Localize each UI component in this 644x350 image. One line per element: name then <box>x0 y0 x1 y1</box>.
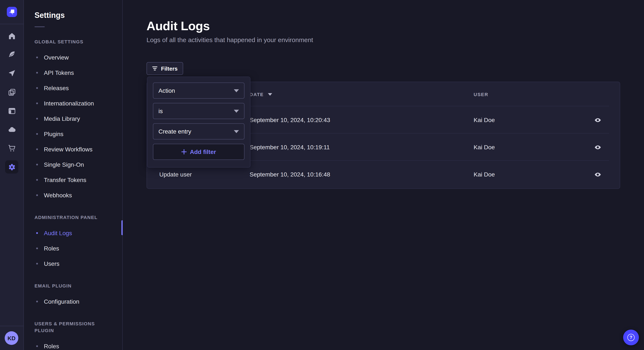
nav-home-button[interactable] <box>8 32 16 40</box>
filter-icon <box>152 66 158 71</box>
nav-releases-button[interactable] <box>8 69 16 77</box>
workspace-header <box>0 0 24 24</box>
filter-value-select[interactable]: Create entry <box>153 123 244 140</box>
settings-gear-icon <box>8 163 16 171</box>
layout-icon <box>8 107 16 115</box>
main-nav-rail: KD <box>0 0 24 350</box>
strapi-logo-glyph <box>6 7 17 17</box>
feather-icon <box>8 50 16 59</box>
add-filter-label: Add filter <box>190 149 216 155</box>
cell-date: September 10, 2024, 10:16:48 <box>250 171 474 178</box>
nav-marketplace-button[interactable] <box>8 144 16 153</box>
column-header-user[interactable]: USER <box>474 92 576 97</box>
filter-field-select[interactable]: Action <box>153 82 244 99</box>
sidebar-section-list: RolesProviders <box>24 339 122 350</box>
column-header-date-label: DATE <box>250 92 264 97</box>
filter-operator-value: is <box>158 108 163 114</box>
active-item-indicator <box>122 220 123 235</box>
sidebar-section-label: ADMINISTRATION PANEL <box>34 214 112 221</box>
nav-content-manager-button[interactable] <box>8 50 16 59</box>
filters-button[interactable]: Filters <box>146 62 183 75</box>
filter-field-value: Action <box>158 87 175 94</box>
eye-icon <box>594 116 602 124</box>
sidebar-item-overview[interactable]: Overview <box>37 50 122 65</box>
sidebar-title: Settings <box>34 10 122 20</box>
filters-popover: Action is Create entry Add filter <box>147 77 250 168</box>
sidebar-item-single-sign-on[interactable]: Single Sign-On <box>37 157 122 172</box>
cell-user: Kai Doe <box>474 144 576 151</box>
cell-date: September 10, 2024, 10:19:11 <box>250 144 474 151</box>
settings-sidebar: Settings GLOBAL SETTINGSOverviewAPI Toke… <box>24 0 123 350</box>
eye-icon <box>594 171 602 178</box>
question-mark-icon: ? <box>628 334 635 341</box>
sidebar-item-api-tokens[interactable]: API Tokens <box>37 65 122 80</box>
media-library-icon <box>8 88 16 97</box>
sidebar-title-divider <box>34 26 45 27</box>
chevron-down-icon <box>234 130 239 133</box>
nav-settings-button[interactable] <box>5 160 18 174</box>
plus-icon <box>182 149 186 154</box>
cell-user: Kai Doe <box>474 117 576 123</box>
cell-date: September 10, 2024, 10:20:43 <box>250 117 474 123</box>
sidebar-sections: GLOBAL SETTINGSOverviewAPI TokensRelease… <box>24 38 122 350</box>
sidebar-item-plugins[interactable]: Plugins <box>37 126 122 142</box>
cloud-icon <box>8 126 16 134</box>
home-icon <box>8 32 16 40</box>
sidebar-item-media-library[interactable]: Media Library <box>37 111 122 126</box>
column-header-date[interactable]: DATE <box>250 92 474 97</box>
nav-content-type-builder-button[interactable] <box>8 107 16 115</box>
chevron-down-icon <box>234 89 239 92</box>
sidebar-item-configuration[interactable]: Configuration <box>37 294 122 309</box>
view-log-button[interactable] <box>592 141 604 153</box>
filters-button-label: Filters <box>161 65 178 72</box>
cell-action: Update user <box>159 171 250 178</box>
view-log-button[interactable] <box>592 114 604 126</box>
strapi-logo[interactable] <box>6 7 17 17</box>
paper-plane-icon <box>8 69 16 77</box>
add-filter-button[interactable]: Add filter <box>153 144 244 160</box>
sidebar-section-list: OverviewAPI TokensReleasesInternationali… <box>24 50 122 203</box>
user-avatar[interactable]: KD <box>5 331 18 345</box>
page-title: Audit Logs <box>146 19 210 33</box>
sidebar-item-review-workflows[interactable]: Review Workflows <box>37 142 122 157</box>
sidebar-section-label: GLOBAL SETTINGS <box>34 38 112 45</box>
eye-icon <box>594 144 602 151</box>
sidebar-section-list: Configuration <box>24 294 122 309</box>
chevron-down-icon <box>234 110 239 113</box>
app-window: KD Settings GLOBAL SETTINGSOverviewAPI T… <box>0 0 644 350</box>
sidebar-item-audit-logs[interactable]: Audit Logs <box>37 225 122 241</box>
sidebar-item-roles[interactable]: Roles <box>37 241 122 256</box>
sort-descending-icon <box>268 93 272 95</box>
sidebar-item-transfer-tokens[interactable]: Transfer Tokens <box>37 172 122 187</box>
cart-icon <box>8 144 16 153</box>
sidebar-item-users[interactable]: Users <box>37 256 122 271</box>
sidebar-item-webhooks[interactable]: Webhooks <box>37 187 122 203</box>
view-log-button[interactable] <box>592 169 604 180</box>
nav-media-library-button[interactable] <box>8 88 16 97</box>
nav-deploy-button[interactable] <box>8 126 16 134</box>
filter-value-value: Create entry <box>158 128 191 135</box>
page-subtitle: Logs of all the activities that happened… <box>146 36 313 43</box>
sidebar-section-label: EMAIL PLUGIN <box>34 282 112 289</box>
rail-divider <box>0 326 24 326</box>
sidebar-section-list: Audit LogsRolesUsers <box>24 225 122 271</box>
cell-user: Kai Doe <box>474 171 576 178</box>
sidebar-item-internationalization[interactable]: Internationalization <box>37 96 122 111</box>
sidebar-item-roles[interactable]: Roles <box>37 339 122 350</box>
sidebar-item-releases[interactable]: Releases <box>37 80 122 96</box>
filter-operator-select[interactable]: is <box>153 103 244 119</box>
sidebar-section-label: USERS & PERMISSIONS PLUGIN <box>34 320 112 334</box>
help-button[interactable]: ? <box>623 330 639 345</box>
